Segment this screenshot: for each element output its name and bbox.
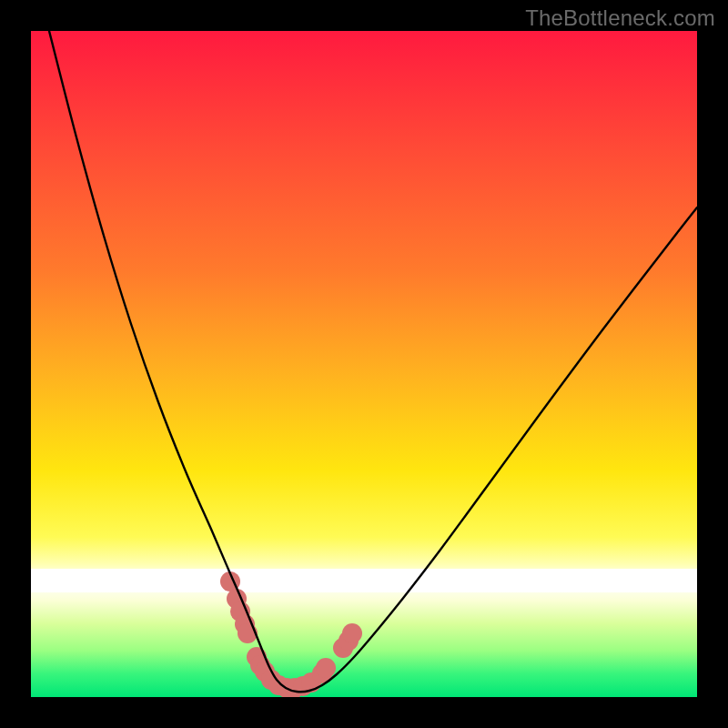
watermark-text: TheBottleneck.com (525, 5, 715, 31)
plot-area (31, 31, 697, 697)
marker-dot (316, 658, 336, 678)
marker-dots (220, 571, 362, 697)
chart-frame: TheBottleneck.com (0, 0, 728, 728)
bottleneck-curve (49, 31, 697, 692)
marker-dot (342, 623, 362, 643)
curve-layer (31, 31, 697, 697)
